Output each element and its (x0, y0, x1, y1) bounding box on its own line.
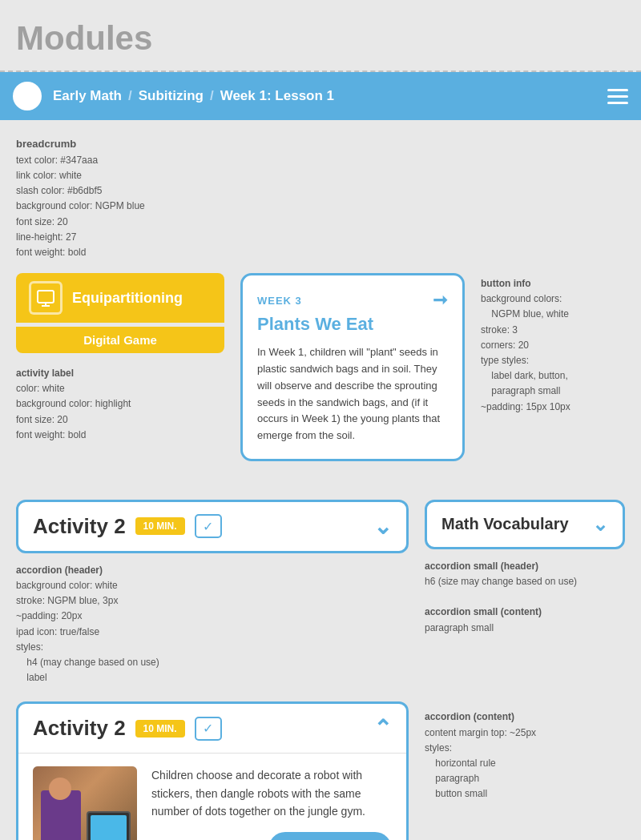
acc-note-stroke: stroke: NGPM blue, 3px (16, 595, 118, 606)
thumbnail-tablet (87, 811, 131, 840)
chevron-up-icon: ⌃ (373, 715, 392, 742)
breadcrumb: Early Math / Subitizing / Week 1: Lesson… (53, 88, 607, 104)
annotation-slash-color: slash color: #b6dbf5 (16, 185, 102, 196)
math-note-h6: h6 (size may change based on use) (425, 576, 577, 587)
btn-note-stroke: stroke: 3 (481, 324, 518, 336)
act-note-color: color: white (16, 383, 65, 394)
exp-note-styles-label: styles: (425, 742, 452, 754)
exp-note-style1: horizontal rule (435, 758, 495, 769)
activity-card-left: Equipartitioning Digital Game activity l… (16, 273, 224, 461)
act-note-title: activity label (16, 368, 74, 379)
info-card-body: In Week 1, children will "plant" seeds i… (257, 344, 448, 444)
menu-bar-3 (607, 102, 628, 104)
nav-bar: Early Math / Subitizing / Week 1: Lesson… (0, 72, 641, 120)
check-icon-collapsed: ✓ (195, 514, 222, 538)
exp-note-margin: content margin top: ~25px (425, 727, 536, 738)
math-vocab-title: Math Vocabulary (441, 515, 592, 533)
svg-point-0 (23, 89, 31, 97)
btn-note-title: button info (481, 278, 531, 289)
btn-note-type1: label dark, button, (491, 370, 567, 381)
time-badge-expanded: 10 MIN. (135, 720, 185, 738)
acc-note-padding: ~padding: 20px (16, 610, 82, 621)
btn-note-corners: corners: 20 (481, 340, 529, 351)
btn-note-type-label: type styles: (481, 355, 529, 366)
accordion-header-collapsed[interactable]: Activity 2 10 MIN. ✓ ⌄ (16, 500, 409, 553)
annotation-font-size: font size: 20 (16, 216, 68, 227)
math-note-content-body: paragraph small (425, 622, 494, 633)
acc-note-style1: h4 (may change based on use) (26, 657, 159, 668)
thumbnail-person (41, 790, 81, 840)
info-card-title: Plants We Eat (257, 314, 448, 335)
acc-note-ipad: ipad icon: true/false (16, 626, 99, 637)
accordion-right-math: Math Vocabulary ⌄ accordion small (heade… (425, 500, 625, 686)
math-vocab-header[interactable]: Math Vocabulary ⌄ (425, 500, 625, 549)
acc-note-styles-label: styles: (16, 641, 43, 653)
annotation-line-height: line-height: 27 (16, 231, 76, 243)
activity-thumbnail (33, 766, 137, 840)
btn-note-bg-values: NGPM blue, white (491, 308, 569, 320)
chevron-down-icon-math: ⌄ (592, 513, 608, 536)
annotation-link-color: link color: white (16, 170, 82, 181)
equipartitioning-label: Equipartitioning (72, 290, 183, 307)
breadcrumb-link-early-math[interactable]: Early Math (53, 88, 122, 104)
math-note-header-title: accordion small (header) (425, 561, 538, 572)
avatar (13, 82, 42, 111)
math-vocab-note: accordion small (header) h6 (size may ch… (425, 559, 625, 636)
digital-game-label: Digital Game (83, 333, 157, 347)
accordion-content: Children choose and decorate a robot wit… (18, 754, 406, 840)
accordion-expanded: Activity 2 10 MIN. ✓ ⌃ Children choose a… (16, 701, 409, 840)
bottom-section: Activity 2 10 MIN. ✓ ⌃ Children choose a… (0, 701, 641, 840)
annotation-font-weight: font weight: bold (16, 247, 86, 258)
accordion-expanded-header[interactable]: Activity 2 10 MIN. ✓ ⌃ (18, 704, 406, 754)
page-title: Modules (16, 19, 625, 58)
act-note-font: font size: 20 (16, 414, 68, 425)
activity-content-text: Children choose and decorate a robot wit… (151, 766, 392, 820)
annotation-breadcrumb-title: breadcrumb (16, 138, 76, 150)
annotations-block: breadcrumb text color: #347aaa link colo… (0, 130, 641, 273)
button-info-note: button info background colors: NGPM blue… (481, 273, 625, 461)
chevron-down-icon-collapsed: ⌄ (373, 513, 392, 540)
accordion-title-collapsed: Activity 2 (33, 514, 126, 539)
btn-note-padding: ~padding: 15px 10px (481, 401, 570, 412)
time-badge-collapsed: 10 MIN. (135, 517, 185, 535)
exp-note-style3: button small (435, 788, 487, 799)
digital-game-button[interactable]: Digital Game (16, 327, 224, 353)
breadcrumb-slash-1: / (128, 88, 132, 104)
svg-rect-2 (38, 291, 54, 303)
accordion-section: Activity 2 10 MIN. ✓ ⌄ accordion (header… (16, 500, 625, 686)
check-icon-expanded: ✓ (195, 717, 222, 741)
info-card-week: WEEK 3 ➞ (257, 290, 448, 311)
btn-note-bg-label: background colors: (481, 293, 562, 304)
acc-note-title: accordion (header) (16, 565, 103, 576)
svg-point-1 (20, 99, 34, 105)
menu-bar-2 (607, 95, 628, 98)
breadcrumb-slash-2: / (210, 88, 214, 104)
activity-label-note: activity label color: white background c… (16, 366, 224, 443)
act-note-weight: font weight: bold (16, 429, 86, 440)
act-note-bg: background color: highlight (16, 398, 131, 409)
menu-bar-1 (607, 89, 628, 91)
info-card-arrow-icon[interactable]: ➞ (433, 290, 448, 311)
cards-row: Equipartitioning Digital Game activity l… (16, 273, 625, 461)
acc-note-bg: background color: white (16, 580, 118, 591)
accordion-note: accordion (header) background color: whi… (16, 563, 409, 686)
exp-note-style2: paragraph (435, 773, 479, 784)
exp-note-title: accordion (content) (425, 711, 514, 722)
breadcrumb-current: Week 1: Lesson 1 (220, 88, 334, 104)
math-note-content-title: accordion small (content) (425, 606, 542, 617)
view-activity-button[interactable]: View Activity (268, 832, 392, 840)
accordion-expanded-title: Activity 2 (33, 716, 126, 741)
info-card: WEEK 3 ➞ Plants We Eat In Week 1, childr… (240, 273, 465, 461)
thumbnail-image (33, 766, 137, 840)
annotation-text-color: text color: #347aaa (16, 155, 98, 166)
expanded-right-note: accordion (content) content margin top: … (425, 701, 625, 840)
week-label: WEEK 3 (257, 295, 302, 307)
breadcrumb-link-subitizing[interactable]: Subitizing (139, 88, 204, 104)
menu-icon[interactable] (607, 89, 628, 104)
annotation-bg-color: background color: NGPM blue (16, 200, 145, 211)
equipartitioning-button[interactable]: Equipartitioning (16, 273, 224, 323)
activity-icon-box (29, 281, 62, 315)
main-content: Equipartitioning Digital Game activity l… (0, 273, 641, 701)
btn-note-type2: paragraph small (491, 385, 560, 396)
accordion-left: Activity 2 10 MIN. ✓ ⌄ accordion (header… (16, 500, 409, 686)
